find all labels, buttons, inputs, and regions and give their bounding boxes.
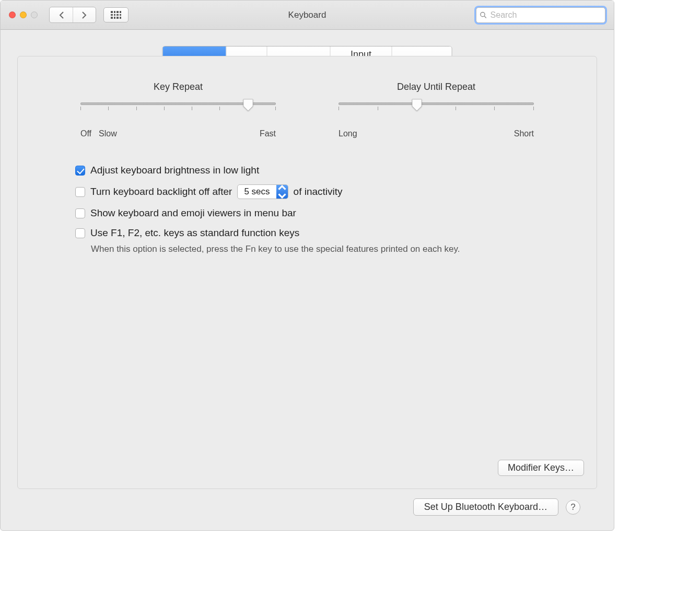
show-all-button[interactable]	[103, 7, 129, 22]
stepper-icon	[276, 185, 288, 199]
grid-icon	[111, 11, 121, 19]
options-list: Adjust keyboard brightness in low light …	[70, 165, 544, 254]
key-repeat-fast-label: Fast	[260, 129, 276, 138]
option-backlight-off: Turn keyboard backlight off after 5 secs…	[75, 184, 544, 199]
delay-slider[interactable]	[339, 100, 534, 126]
search-icon	[480, 11, 487, 19]
option-function-keys: Use F1, F2, etc. keys as standard functi…	[75, 227, 544, 239]
option-adjust-brightness: Adjust keyboard brightness in low light	[75, 165, 544, 176]
delay-title: Delay Until Repeat	[339, 82, 534, 92]
delay-short-label: Short	[514, 129, 534, 138]
label-show-viewers: Show keyboard and emoji viewers in menu …	[90, 207, 296, 219]
delay-slider-block: Delay Until Repeat Long Short	[339, 82, 534, 138]
key-repeat-slider-block: Key Repeat Off Slow	[80, 82, 276, 138]
window-title: Keyboard	[288, 10, 326, 20]
delay-thumb[interactable]	[411, 98, 423, 112]
svg-point-0	[481, 12, 485, 16]
key-repeat-slider[interactable]	[80, 100, 276, 126]
content-area: Keyboard Text Shortcuts Input Sources Di…	[1, 30, 614, 530]
label-function-keys: Use F1, F2, etc. keys as standard functi…	[90, 227, 299, 239]
key-repeat-title: Key Repeat	[80, 82, 276, 92]
chevron-right-icon	[82, 11, 87, 19]
svg-line-1	[484, 16, 486, 18]
search-input[interactable]	[487, 10, 605, 20]
bluetooth-keyboard-button[interactable]: Set Up Bluetooth Keyboard…	[413, 498, 558, 516]
zoom-window	[31, 11, 38, 18]
slider-row: Key Repeat Off Slow	[70, 82, 544, 165]
chevron-left-icon	[59, 11, 64, 19]
modifier-keys-button[interactable]: Modifier Keys…	[498, 460, 584, 476]
close-window[interactable]	[9, 11, 16, 18]
help-button[interactable]: ?	[566, 500, 580, 515]
option-show-viewers: Show keyboard and emoji viewers in menu …	[75, 207, 544, 219]
backlight-timeout-select[interactable]: 5 secs	[237, 184, 288, 199]
key-repeat-thumb[interactable]	[242, 98, 254, 112]
window-controls	[9, 11, 38, 18]
forward-button[interactable]	[73, 7, 96, 22]
delay-long-label: Long	[339, 129, 357, 138]
footer: Set Up Bluetooth Keyboard… ?	[17, 489, 597, 516]
checkbox-show-viewers[interactable]	[75, 208, 85, 218]
back-button[interactable]	[50, 7, 73, 22]
search-field[interactable]	[476, 7, 605, 23]
key-repeat-slow-label: Slow	[99, 129, 117, 138]
nav-buttons	[49, 7, 96, 23]
key-repeat-off-label: Off	[80, 129, 91, 138]
checkbox-backlight-off[interactable]	[75, 187, 85, 197]
minimize-window[interactable]	[20, 11, 27, 18]
label-backlight-before: Turn keyboard backlight off after	[90, 186, 232, 197]
keyboard-panel: Key Repeat Off Slow	[17, 56, 597, 489]
backlight-timeout-value: 5 secs	[238, 187, 276, 197]
label-backlight-after: of inactivity	[294, 186, 343, 197]
label-adjust-brightness: Adjust keyboard brightness in low light	[90, 165, 259, 176]
titlebar: Keyboard	[1, 1, 614, 30]
function-keys-hint: When this option is selected, press the …	[75, 244, 544, 254]
preferences-window: Keyboard Keyboard Text Shortcuts Input S…	[0, 0, 614, 531]
checkbox-adjust-brightness[interactable]	[75, 166, 85, 176]
checkbox-function-keys[interactable]	[75, 228, 85, 238]
